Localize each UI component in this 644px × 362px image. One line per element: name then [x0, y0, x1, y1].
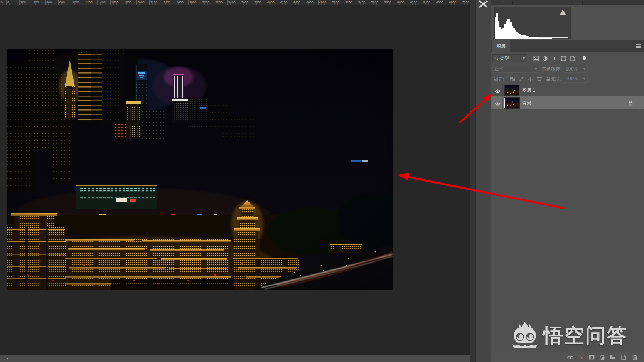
- ruler-tick: [318, 0, 319, 5]
- smart-object-filter-icon[interactable]: [569, 54, 577, 62]
- layer-visibility-toggle[interactable]: [495, 88, 501, 93]
- ruler-minor-tick: [9, 3, 10, 5]
- watermark: 悟空问答: [508, 321, 644, 352]
- layer-group-icon[interactable]: [609, 354, 616, 360]
- ruler-tick: [253, 0, 253, 5]
- adjustment-layer-filter-icon[interactable]: [541, 54, 549, 62]
- ruler-tick: [422, 0, 422, 5]
- watermark-text: 悟空问答: [543, 322, 628, 349]
- layer-mask-icon[interactable]: [588, 354, 595, 360]
- ruler-tick: [19, 0, 20, 5]
- ruler-label: 4600: [306, 0, 314, 4]
- layer-name: 图层 1: [522, 87, 535, 94]
- canvas-area[interactable]: [0, 5, 470, 355]
- ruler-label: 5200: [345, 0, 352, 4]
- eye-visibility-icon: [495, 102, 501, 106]
- ruler-minor-tick: [185, 3, 185, 5]
- status-bar: ›: [0, 355, 470, 362]
- ruler-tick: [448, 0, 448, 5]
- ruler-tick: [344, 0, 344, 5]
- ruler-minor-tick: [81, 3, 81, 5]
- ruler-minor-tick: [211, 3, 211, 5]
- ruler-label: 7000: [462, 0, 469, 4]
- eye-visibility-icon: [495, 89, 501, 93]
- chevron-down-icon: [583, 68, 586, 70]
- ruler-label: 200: [20, 0, 26, 4]
- ruler-minor-tick: [380, 3, 380, 5]
- ruler-minor-tick: [289, 3, 289, 5]
- new-layer-icon[interactable]: [620, 354, 627, 360]
- ruler-minor-tick: [341, 3, 341, 5]
- link-layers-icon[interactable]: [567, 354, 574, 360]
- ruler-tick: [279, 0, 279, 5]
- layer-filter-type-combo[interactable]: 类型: [492, 54, 527, 62]
- ruler-label: 1000: [72, 0, 79, 4]
- ruler-label: 6800: [449, 0, 456, 4]
- chevron-down-icon: [523, 57, 525, 59]
- pixel-layer-filter-icon[interactable]: [532, 54, 539, 62]
- layer-thumbnail[interactable]: [505, 85, 519, 95]
- adjustment-layer-icon[interactable]: [598, 354, 605, 360]
- opacity-label: 不透明度:: [542, 66, 561, 73]
- ruler-minor-tick: [315, 3, 315, 5]
- ruler-tick: [110, 0, 111, 5]
- ruler-minor-tick: [328, 3, 328, 5]
- opacity-value: 100%: [566, 66, 582, 72]
- ruler-minor-tick: [237, 3, 237, 5]
- ruler-label: 6000: [397, 0, 405, 4]
- ruler-label: 2400: [163, 0, 170, 4]
- ruler-tick: [84, 0, 84, 5]
- chevron-down-icon: [534, 68, 537, 70]
- ruler-minor-tick: [198, 3, 198, 5]
- ruler-tick: [97, 0, 98, 5]
- layer-row-background[interactable]: 背景: [491, 96, 644, 109]
- histogram-warning-icon[interactable]: !: [560, 9, 566, 15]
- layer-lock-icon: [629, 101, 633, 106]
- ruler-tick: [6, 0, 7, 5]
- delete-layer-icon[interactable]: [631, 354, 638, 360]
- layer-style-icon[interactable]: fx: [578, 354, 585, 360]
- close-icon[interactable]: [478, 0, 489, 8]
- layer-visibility-toggle[interactable]: [495, 101, 501, 105]
- status-expand-chevron[interactable]: ›: [0, 355, 15, 362]
- ruler-tick: [71, 0, 71, 5]
- dock-collapsed-strip: [476, 0, 491, 362]
- layer-thumbnail[interactable]: [505, 98, 519, 108]
- ruler-tick: [357, 0, 357, 5]
- ruler-label: 4800: [319, 0, 327, 4]
- type-layer-filter-icon[interactable]: T: [550, 54, 558, 62]
- ruler-label: 0: [7, 0, 9, 4]
- panel-menu-icon[interactable]: [636, 44, 641, 49]
- ruler-tick: [305, 0, 305, 5]
- ruler-label: 6200: [410, 0, 417, 4]
- ruler-label: 4000: [267, 0, 275, 4]
- ruler-minor-tick: [432, 3, 432, 5]
- ruler-tick: [32, 0, 32, 5]
- attribute-filter-toggle-icon[interactable]: [580, 54, 588, 62]
- cityscape-night-photo: [7, 49, 393, 290]
- ruler-minor-tick: [250, 3, 250, 5]
- ruler-label: 3200: [215, 0, 223, 4]
- lock-artboard-icon: [535, 75, 543, 83]
- ruler-label: 6400: [423, 0, 430, 4]
- ruler-label: 3000: [202, 0, 209, 4]
- shape-layer-filter-icon[interactable]: [560, 54, 567, 62]
- ruler-minor-tick: [159, 3, 159, 5]
- search-icon: [494, 56, 499, 61]
- histogram-baseline: [495, 37, 568, 38]
- ruler-minor-tick: [224, 3, 224, 5]
- tab-layers[interactable]: 图层: [492, 40, 510, 52]
- lock-label: 锁定:: [494, 76, 504, 83]
- ruler-label: 1400: [98, 0, 106, 4]
- ruler-label: 600: [46, 0, 52, 4]
- ruler-minor-tick: [302, 3, 302, 5]
- ruler-minor-tick: [172, 3, 172, 5]
- document-photo[interactable]: [7, 49, 393, 290]
- svg-text:!: !: [562, 10, 563, 15]
- ruler-minor-tick: [55, 3, 55, 5]
- filter-type-label: 类型: [500, 55, 521, 62]
- ruler-label: 1200: [85, 0, 93, 4]
- ruler-minor-tick: [94, 3, 94, 5]
- layer-row-layer1[interactable]: 图层 1: [491, 84, 644, 97]
- ruler-tick: [409, 0, 409, 5]
